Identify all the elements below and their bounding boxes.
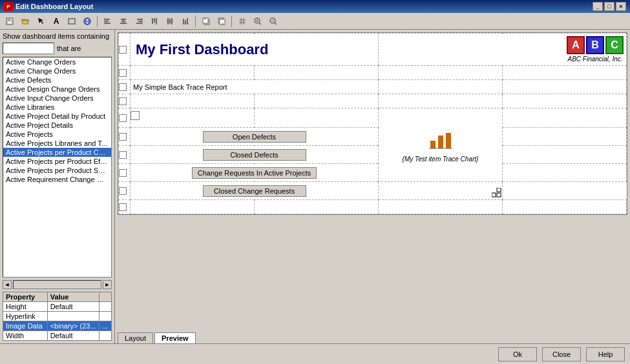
row9-checkbox[interactable] bbox=[119, 187, 127, 195]
scroll-right-button[interactable]: ► bbox=[103, 280, 112, 289]
company-name: ABC Financial, Inc. bbox=[567, 56, 624, 63]
prop-extra-imagedata[interactable]: ... bbox=[99, 321, 111, 331]
list-item-selected[interactable]: Active Projects per Product Cost S bbox=[3, 148, 111, 157]
open-toolbar-button[interactable] bbox=[18, 14, 32, 28]
align-center-h-button[interactable] bbox=[116, 14, 131, 28]
prop-row-height[interactable]: Height Default bbox=[3, 302, 112, 312]
svg-rect-15 bbox=[137, 19, 142, 20]
row1-checkbox[interactable] bbox=[119, 46, 127, 54]
prop-row-imagedata[interactable]: Image Data <binary> (23... ... bbox=[3, 321, 112, 331]
align-middle-button[interactable] bbox=[163, 14, 177, 28]
closed-defects-button[interactable]: Closed Defects bbox=[203, 149, 306, 161]
align-right-button[interactable] bbox=[132, 14, 146, 28]
list-item[interactable]: Active Change Orders bbox=[3, 57, 111, 66]
change-requests-button[interactable]: Change Requests In Active Projects bbox=[192, 167, 317, 179]
list-item[interactable]: Active Requirement Change Order... bbox=[3, 175, 111, 184]
svg-rect-48 bbox=[446, 133, 451, 148]
row4 bbox=[119, 94, 627, 108]
prop-name-imagedata: Image Data bbox=[3, 321, 48, 331]
horizontal-scrollbar[interactable] bbox=[13, 280, 101, 289]
svg-rect-28 bbox=[185, 20, 186, 24]
svg-rect-21 bbox=[156, 19, 157, 25]
list-item[interactable]: Active Libraries bbox=[3, 103, 111, 112]
align-left-button[interactable] bbox=[101, 14, 115, 28]
help-button[interactable]: Help bbox=[586, 347, 625, 361]
block-a: A bbox=[567, 36, 585, 54]
row7: Closed Defects bbox=[119, 146, 627, 164]
bottom-right-cell bbox=[379, 182, 503, 200]
prop-name-hyperlink: Hyperlink bbox=[3, 312, 48, 321]
maximize-button[interactable]: □ bbox=[604, 2, 614, 11]
ok-button[interactable]: Ok bbox=[498, 347, 537, 361]
small-checkbox[interactable] bbox=[131, 111, 140, 120]
list-item[interactable]: Active Design Change Orders bbox=[3, 85, 111, 94]
row6-checkbox[interactable] bbox=[119, 133, 127, 141]
bring-front-button[interactable] bbox=[199, 14, 213, 28]
send-back-button[interactable] bbox=[215, 14, 229, 28]
list-item[interactable]: Active Projects bbox=[3, 130, 111, 139]
row7-checkbox[interactable] bbox=[119, 151, 127, 159]
align-bottom-button[interactable] bbox=[178, 14, 193, 28]
prop-header-property: Property bbox=[3, 292, 48, 302]
checkbox-col bbox=[119, 34, 131, 66]
svg-rect-1 bbox=[8, 18, 10, 21]
tab-bar: Layout Preview bbox=[115, 331, 630, 343]
text-tool-button[interactable]: A bbox=[49, 14, 63, 28]
save-toolbar-button[interactable] bbox=[3, 14, 17, 28]
row4-checkbox[interactable] bbox=[119, 97, 127, 105]
row9: Closed Change Requests bbox=[119, 182, 627, 200]
list-item[interactable]: Active Projects per Product Effort bbox=[3, 157, 111, 166]
prop-value-imagedata: <binary> (23... bbox=[47, 321, 99, 331]
closed-change-requests-cell: Closed Change Requests bbox=[131, 183, 378, 199]
that-are-label: that are bbox=[57, 45, 81, 52]
row10-checkbox[interactable] bbox=[119, 203, 127, 211]
row2-checkbox[interactable] bbox=[119, 69, 127, 77]
svg-rect-2 bbox=[7, 21, 12, 24]
prop-value-height: Default bbox=[47, 302, 99, 312]
align-top-button[interactable] bbox=[147, 14, 162, 28]
list-item[interactable]: Active Projects per Product Summa bbox=[3, 166, 111, 175]
list-item[interactable]: Active Projects Libraries and Temp bbox=[3, 139, 111, 148]
svg-line-42 bbox=[259, 23, 261, 25]
bottom-bar: Ok Close Help bbox=[0, 343, 630, 364]
svg-rect-52 bbox=[497, 193, 501, 197]
row8-checkbox[interactable] bbox=[119, 169, 127, 177]
abc-blocks: A B C bbox=[567, 36, 624, 54]
list-item[interactable]: Active Defects bbox=[3, 76, 111, 85]
list-item[interactable]: Active Change Orders bbox=[3, 66, 111, 76]
row3-checkbox[interactable] bbox=[119, 83, 127, 91]
report-cell: My Simple Back Trace Report bbox=[131, 80, 379, 94]
row8: Change Requests In Active Projects bbox=[119, 164, 627, 182]
list-item[interactable]: Active Project Detail by Product bbox=[3, 112, 111, 121]
tab-layout[interactable]: Layout bbox=[118, 332, 153, 343]
prop-row-width[interactable]: Width Default bbox=[3, 331, 112, 341]
main-container: Show dashboard items containing that are… bbox=[0, 30, 630, 343]
grid-button[interactable] bbox=[235, 14, 249, 28]
svg-rect-20 bbox=[154, 19, 155, 23]
cursor-tool-button[interactable] bbox=[34, 14, 48, 28]
close-button[interactable]: Close bbox=[542, 347, 581, 361]
chart-cell: {My Test item Trace Chart} bbox=[379, 108, 503, 182]
list-item[interactable]: Active Project Details bbox=[3, 121, 111, 130]
open-defects-cell: Open Defects bbox=[131, 128, 378, 145]
zoom-out-button[interactable] bbox=[266, 14, 280, 28]
open-defects-button[interactable]: Open Defects bbox=[203, 131, 306, 143]
search-input[interactable] bbox=[3, 43, 54, 54]
row6: Open Defects bbox=[119, 128, 627, 146]
svg-line-45 bbox=[275, 23, 277, 25]
zoom-in-button[interactable] bbox=[251, 14, 265, 28]
prop-row-hyperlink[interactable]: Hyperlink bbox=[3, 312, 112, 321]
globe-tool-button[interactable] bbox=[80, 14, 94, 28]
closed-change-requests-button[interactable]: Closed Change Requests bbox=[203, 185, 306, 197]
svg-rect-47 bbox=[438, 136, 443, 148]
rectangle-tool-button[interactable] bbox=[65, 14, 79, 28]
row5-checkbox[interactable] bbox=[119, 114, 127, 122]
scroll-left-button[interactable]: ◄ bbox=[3, 280, 12, 289]
close-button-titlebar[interactable]: × bbox=[616, 2, 626, 11]
items-list[interactable]: Active Change Orders Active Change Order… bbox=[3, 57, 112, 278]
list-item[interactable]: Active Input Change Orders bbox=[3, 94, 111, 103]
tab-preview[interactable]: Preview bbox=[154, 332, 196, 343]
minimize-button[interactable]: _ bbox=[593, 2, 603, 11]
title-cell: My First Dashboard bbox=[131, 34, 379, 66]
prop-header-value: Value bbox=[47, 292, 99, 302]
